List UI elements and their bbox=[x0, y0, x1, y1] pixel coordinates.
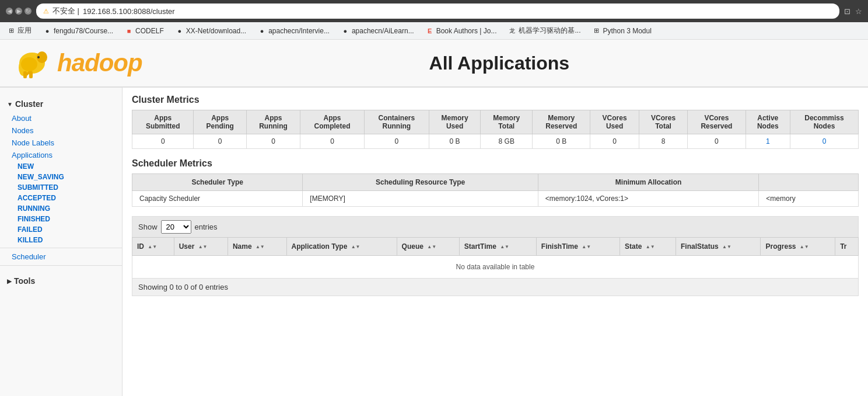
python-icon: ⊞ bbox=[593, 27, 601, 35]
applications-table: ID ▲▼ User ▲▼ Name ▲▼ Application Type bbox=[132, 237, 859, 279]
col-minimum-allocation: Minimum Allocation bbox=[538, 174, 758, 191]
tools-section-header[interactable]: ▶ Tools bbox=[0, 273, 122, 289]
sidebar-item-applications[interactable]: Applications bbox=[0, 149, 122, 161]
sort-app-type[interactable]: ▲▼ bbox=[351, 244, 360, 249]
col-progress[interactable]: Progress ▲▼ bbox=[761, 238, 835, 256]
translate-icon[interactable]: ⊡ bbox=[844, 7, 850, 16]
sidebar-item-running[interactable]: RUNNING bbox=[0, 203, 122, 214]
running-link[interactable]: RUNNING bbox=[18, 204, 50, 213]
col-queue[interactable]: Queue ▲▼ bbox=[397, 238, 459, 256]
reload-button[interactable]: ↻ bbox=[24, 8, 32, 15]
star-icon[interactable]: ☆ bbox=[855, 7, 862, 16]
col-app-type[interactable]: Application Type ▲▼ bbox=[286, 238, 397, 256]
scheduler-link[interactable]: Scheduler bbox=[12, 252, 46, 261]
val-active-nodes[interactable]: 1 bbox=[746, 134, 790, 149]
col-memory-used: MemoryUsed bbox=[429, 110, 481, 134]
sidebar-divider-1 bbox=[0, 248, 122, 248]
sidebar-item-submitted[interactable]: SUBMITTED bbox=[0, 182, 122, 193]
cluster-label: Cluster bbox=[15, 99, 43, 109]
show-label: Show bbox=[138, 223, 158, 231]
col-finishtime-label: FinishTime bbox=[541, 242, 578, 251]
val-memory-used: 0 B bbox=[429, 134, 481, 149]
col-finalstatus[interactable]: FinalStatus ▲▼ bbox=[676, 238, 761, 256]
sidebar-item-new[interactable]: NEW bbox=[0, 161, 122, 172]
no-data-cell: No data available in table bbox=[132, 256, 859, 279]
entries-select[interactable]: 10 20 25 50 100 bbox=[161, 220, 191, 234]
accepted-link[interactable]: ACCEPTED bbox=[18, 194, 56, 202]
col-active-nodes: ActiveNodes bbox=[746, 110, 790, 134]
col-finishtime[interactable]: FinishTime ▲▼ bbox=[536, 238, 620, 256]
decommiss-nodes-link[interactable]: 0 bbox=[822, 137, 827, 145]
finished-link[interactable]: FINISHED bbox=[18, 215, 50, 223]
val-containers-running: 0 bbox=[364, 134, 429, 149]
col-name[interactable]: Name ▲▼ bbox=[228, 238, 286, 256]
submitted-link[interactable]: SUBMITTED bbox=[18, 183, 58, 192]
cluster-section-header[interactable]: ▼ Cluster bbox=[0, 96, 122, 112]
sort-finishtime[interactable]: ▲▼ bbox=[582, 244, 591, 249]
bookmark-python[interactable]: ⊞ Python 3 Modul bbox=[590, 26, 654, 36]
sort-id[interactable]: ▲▼ bbox=[148, 244, 157, 249]
nodes-link[interactable]: Nodes bbox=[12, 126, 34, 135]
node-labels-link[interactable]: Node Labels bbox=[12, 138, 54, 147]
bookmark-book-authors[interactable]: E Book Authors | Jo... bbox=[424, 26, 499, 36]
bookmark-label: XX-Net/download... bbox=[186, 27, 246, 35]
sidebar-item-scheduler[interactable]: Scheduler bbox=[0, 251, 122, 263]
col-id[interactable]: ID ▲▼ bbox=[132, 238, 174, 256]
sidebar-item-failed[interactable]: FAILED bbox=[0, 224, 122, 235]
forward-button[interactable]: ▶ bbox=[15, 8, 22, 15]
book-icon: E bbox=[426, 27, 434, 35]
sort-state[interactable]: ▲▼ bbox=[646, 244, 655, 249]
sort-progress[interactable]: ▲▼ bbox=[800, 244, 809, 249]
col-vcores-used: VCoresUsed bbox=[590, 110, 639, 134]
nav-buttons[interactable]: ◀ ▶ ↻ bbox=[6, 8, 32, 15]
main-content: Cluster Metrics AppsSubmitted AppsPendin… bbox=[123, 88, 868, 396]
sort-queue[interactable]: ▲▼ bbox=[427, 244, 436, 249]
col-finalstatus-label: FinalStatus bbox=[681, 242, 719, 251]
sidebar-item-accepted[interactable]: ACCEPTED bbox=[0, 193, 122, 203]
killed-link[interactable]: KILLED bbox=[18, 236, 43, 244]
browser-toolbar-icons[interactable]: ⊡ ☆ bbox=[844, 7, 862, 16]
col-apps-running: AppsRunning bbox=[246, 110, 300, 134]
address-text: 192.168.5.100:8088/cluster bbox=[83, 7, 175, 16]
active-nodes-link[interactable]: 1 bbox=[766, 137, 770, 145]
col-scheduler-type: Scheduler Type bbox=[132, 174, 303, 191]
new-link[interactable]: NEW bbox=[18, 162, 34, 171]
bookmark-apps[interactable]: ⊞ 应用 bbox=[5, 25, 34, 37]
page-wrapper: hadoop All Applications ▼ Cluster About … bbox=[0, 40, 868, 396]
sidebar-item-new-saving[interactable]: NEW_SAVING bbox=[0, 172, 122, 182]
sidebar-item-finished[interactable]: FINISHED bbox=[0, 214, 122, 224]
address-bar[interactable]: ⚠ 不安全 | 192.168.5.100:8088/cluster bbox=[36, 4, 839, 19]
sidebar: ▼ Cluster About Nodes Node Labels Applic… bbox=[0, 88, 123, 396]
sort-name[interactable]: ▲▼ bbox=[256, 244, 265, 249]
new-saving-link[interactable]: NEW_SAVING bbox=[18, 173, 64, 181]
bookmark-label: 应用 bbox=[18, 26, 32, 36]
bookmark-apachecn-ailearn[interactable]: ● apachecn/AiLearn... bbox=[339, 26, 416, 36]
failed-link[interactable]: FAILED bbox=[18, 225, 43, 234]
sidebar-item-nodes[interactable]: Nodes bbox=[0, 124, 122, 137]
col-starttime[interactable]: StartTime ▲▼ bbox=[459, 238, 536, 256]
codelf-icon: ■ bbox=[125, 27, 133, 35]
col-vcores-reserved: VCoresReserved bbox=[688, 110, 746, 134]
back-button[interactable]: ◀ bbox=[6, 8, 13, 15]
sidebar-item-killed[interactable]: KILLED bbox=[0, 235, 122, 245]
sort-user[interactable]: ▲▼ bbox=[198, 244, 208, 249]
val-decommiss-nodes[interactable]: 0 bbox=[790, 134, 858, 149]
col-decommiss-nodes: DecommissNodes bbox=[790, 110, 858, 134]
bookmark-fengdu[interactable]: ● fengdu78/Course... bbox=[41, 26, 116, 36]
svg-rect-7 bbox=[29, 71, 33, 78]
sort-starttime[interactable]: ▲▼ bbox=[500, 244, 509, 249]
applications-link[interactable]: Applications bbox=[12, 151, 52, 159]
bookmark-codelf[interactable]: ■ CODELF bbox=[123, 26, 166, 36]
apps-grid-icon: ⊞ bbox=[7, 27, 15, 35]
bookmark-ml[interactable]: 龙 机器学习驱动的基... bbox=[506, 25, 583, 37]
sort-finalstatus[interactable]: ▲▼ bbox=[722, 244, 732, 249]
sidebar-item-node-labels[interactable]: Node Labels bbox=[0, 137, 122, 149]
bookmark-xxnet[interactable]: ● XX-Net/download... bbox=[173, 26, 249, 36]
bookmark-apachecn-interview[interactable]: ● apachecn/Intervie... bbox=[256, 26, 332, 36]
about-link[interactable]: About bbox=[12, 114, 32, 123]
col-user[interactable]: User ▲▼ bbox=[174, 238, 228, 256]
val-memory-reserved: 0 B bbox=[533, 134, 590, 149]
sidebar-item-about[interactable]: About bbox=[0, 112, 122, 124]
svg-point-5 bbox=[21, 57, 37, 71]
col-state[interactable]: State ▲▼ bbox=[620, 238, 676, 256]
